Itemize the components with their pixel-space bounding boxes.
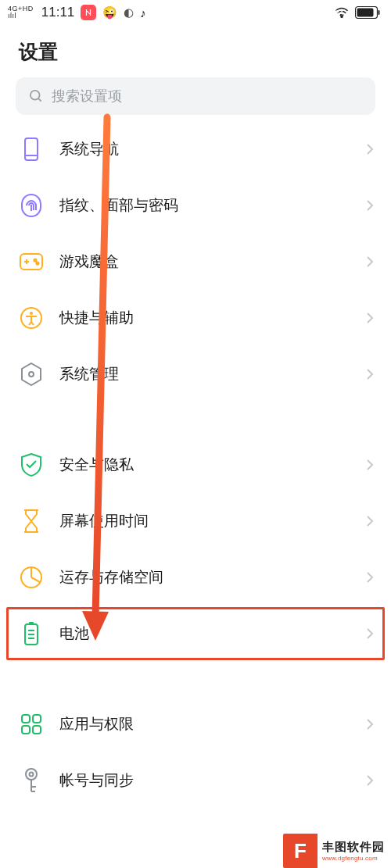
row-privacy[interactable]: 安全与隐私 <box>17 437 374 493</box>
gamepad-icon <box>17 253 45 270</box>
row-label: 快捷与辅助 <box>59 308 366 328</box>
row-label: 安全与隐私 <box>59 455 366 475</box>
signal-bars: ılıl <box>8 13 34 20</box>
status-right: 84 <box>335 6 380 19</box>
battery-percent-label: 84 <box>335 9 343 16</box>
search-input[interactable]: 搜索设置项 <box>16 77 375 115</box>
chevron-right-icon <box>366 459 374 471</box>
svg-rect-24 <box>22 715 30 723</box>
row-screentime[interactable]: 屏幕使用时间 <box>17 493 374 549</box>
compass-icon: ◐ <box>124 5 134 20</box>
svg-point-4 <box>30 91 40 100</box>
battery-indicator: 84 <box>355 6 380 19</box>
watermark-name: 丰图软件园 <box>322 840 385 855</box>
row-label: 应用与权限 <box>59 714 366 734</box>
row-biometric[interactable]: 指纹、面部与密码 <box>17 177 374 234</box>
battery-icon <box>17 622 45 645</box>
settings-list: 系统导航 指纹、面部与密码 游戏魔盒 快捷与辅助 系统管理 <box>0 121 391 809</box>
row-label: 系统管理 <box>59 364 366 384</box>
status-left: 4G+HD ılıl 11:11 😜 ◐ ♪ <box>8 5 146 20</box>
row-label: 指纹、面部与密码 <box>59 195 366 216</box>
chevron-right-icon <box>366 774 374 787</box>
svg-point-17 <box>29 372 34 377</box>
row-sysmgr[interactable]: 系统管理 <box>17 346 374 402</box>
row-gamebox[interactable]: 游戏魔盒 <box>17 234 374 290</box>
row-battery[interactable]: 电池 <box>17 605 374 662</box>
chevron-right-icon <box>366 571 374 584</box>
svg-point-28 <box>26 769 37 780</box>
svg-point-13 <box>34 259 36 261</box>
svg-line-5 <box>38 98 41 102</box>
network-indicator: 4G+HD ılıl <box>8 5 34 20</box>
svg-rect-6 <box>25 138 38 160</box>
row-label: 游戏魔盒 <box>59 252 366 272</box>
fingerprint-icon <box>17 194 45 217</box>
chevron-right-icon <box>366 199 374 212</box>
row-label: 电池 <box>59 623 366 644</box>
row-label: 运存与存储空间 <box>59 567 366 588</box>
chevron-right-icon <box>366 143 374 155</box>
chevron-right-icon <box>366 515 374 527</box>
watermark-logo: F <box>283 834 317 868</box>
chevron-right-icon <box>366 718 374 730</box>
accessibility-icon <box>17 307 45 329</box>
svg-rect-2 <box>357 9 374 17</box>
shield-check-icon <box>17 453 45 477</box>
row-sysnav[interactable]: 系统导航 <box>17 121 374 177</box>
svg-rect-25 <box>33 715 41 723</box>
svg-point-29 <box>30 773 34 777</box>
row-label: 屏幕使用时间 <box>59 511 366 531</box>
svg-point-16 <box>30 312 33 315</box>
search-icon <box>28 88 44 104</box>
row-storage[interactable]: 运存与存储空间 <box>17 549 374 605</box>
page-title: 设置 <box>0 25 391 70</box>
chevron-right-icon <box>366 312 374 324</box>
music-note-icon: ♪ <box>140 6 146 20</box>
svg-rect-20 <box>29 622 34 624</box>
key-icon <box>17 768 45 793</box>
grid-icon <box>17 714 45 734</box>
svg-rect-10 <box>20 254 42 270</box>
row-apps[interactable]: 应用与权限 <box>17 696 374 752</box>
chevron-right-icon <box>366 368 374 380</box>
svg-rect-3 <box>378 10 380 15</box>
svg-point-14 <box>36 262 38 264</box>
search-placeholder: 搜索设置项 <box>52 87 122 105</box>
hex-gear-icon <box>17 363 45 386</box>
notification-app-icon <box>81 5 96 20</box>
emoji-icon: 😜 <box>102 5 117 20</box>
phone-icon <box>17 138 45 161</box>
row-label: 系统导航 <box>59 139 366 159</box>
row-account[interactable]: 帐号与同步 <box>17 752 374 809</box>
chevron-right-icon <box>366 627 374 640</box>
clock: 11:11 <box>41 5 75 20</box>
watermark-url: www.dgfengtu.com <box>322 855 385 862</box>
status-bar: 4G+HD ılıl 11:11 😜 ◐ ♪ 84 <box>0 0 391 25</box>
chevron-right-icon <box>366 255 374 268</box>
search-container: 搜索设置项 <box>0 70 391 121</box>
pie-icon <box>17 566 45 588</box>
row-label: 帐号与同步 <box>59 770 366 791</box>
svg-rect-27 <box>33 726 41 734</box>
row-shortcut[interactable]: 快捷与辅助 <box>17 290 374 346</box>
svg-rect-26 <box>22 726 30 734</box>
watermark: F 丰图软件园 www.dgfengtu.com <box>283 834 391 868</box>
hourglass-icon <box>17 509 45 533</box>
